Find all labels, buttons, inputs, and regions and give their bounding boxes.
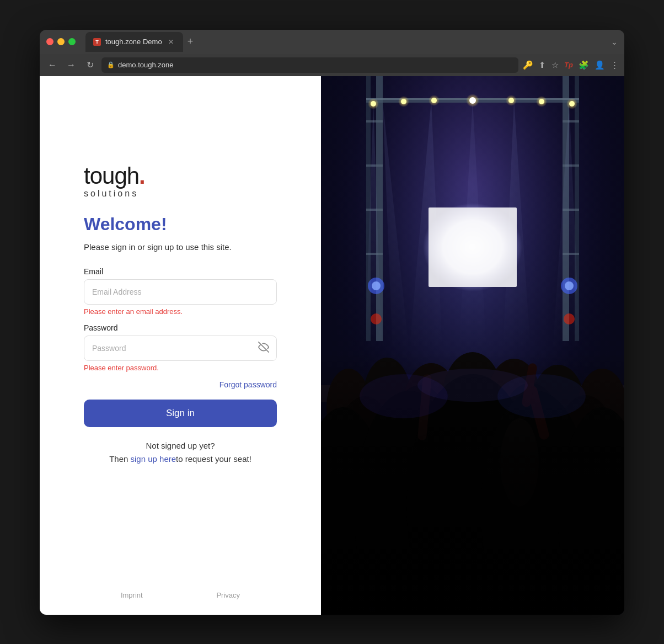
browser-toolbar: ← → ↻ 🔒 demo.tough.zone 🔑 ⬆ ☆ Tp 🧩 👤 ⋮ [40, 54, 624, 76]
svg-point-31 [469, 97, 476, 104]
login-inner: tough. solutions Welcome! Please sign in… [84, 164, 277, 466]
toggle-password-icon[interactable] [258, 342, 269, 355]
url-text: demo.tough.zone [118, 61, 173, 69]
password-error: Please enter password. [84, 364, 277, 372]
refresh-button[interactable]: ↻ [83, 60, 97, 70]
sign-up-link[interactable]: sign up here [131, 454, 176, 464]
tab-chevron-icon[interactable]: ⌄ [611, 38, 618, 46]
svg-rect-6 [366, 120, 383, 123]
tab-title: tough.zone Demo [105, 38, 162, 46]
share-icon[interactable]: ⬆ [539, 60, 546, 70]
svg-point-29 [431, 98, 437, 103]
welcome-subtext: Please sign in or sign up to use this si… [84, 242, 277, 252]
bookmark-icon[interactable]: ☆ [551, 60, 559, 70]
email-label: Email [84, 267, 277, 276]
svg-rect-12 [563, 120, 579, 123]
sign-in-button[interactable]: Sign in [84, 400, 277, 427]
password-input[interactable] [84, 336, 277, 361]
forward-button[interactable]: → [64, 60, 78, 70]
minimize-button[interactable] [57, 38, 65, 45]
close-button[interactable] [46, 38, 53, 45]
profile-icon[interactable]: 👤 [595, 60, 605, 70]
login-footer: Imprint Privacy [40, 591, 321, 599]
lock-icon: 🔒 [107, 61, 115, 68]
traffic-lights [46, 38, 76, 45]
email-error: Please enter an email address. [84, 307, 277, 316]
svg-point-37 [569, 101, 575, 107]
browser-content: tough. solutions Welcome! Please sign in… [40, 76, 624, 615]
welcome-heading: Welcome! [84, 214, 277, 235]
forgot-password-wrap: Forgot password [84, 380, 277, 390]
imprint-link[interactable]: Imprint [121, 591, 143, 599]
tab-favicon: T [93, 38, 101, 46]
svg-rect-39 [429, 207, 517, 287]
email-form-group: Email Please enter an email address. [84, 267, 277, 316]
logo-area: tough. solutions [84, 164, 277, 199]
svg-point-70 [371, 313, 382, 324]
maximize-button[interactable] [68, 38, 76, 45]
svg-point-67 [372, 281, 381, 290]
address-bar[interactable]: 🔒 demo.tough.zone [101, 57, 518, 73]
login-panel: tough. solutions Welcome! Please sign in… [40, 76, 321, 615]
concert-panel [321, 76, 624, 615]
extensions-icon[interactable]: 🧩 [579, 60, 589, 70]
signup-text: Not signed up yet? Then sign up hereto r… [84, 439, 277, 466]
password-input-wrap [84, 336, 277, 361]
new-tab-button[interactable]: + [188, 36, 194, 47]
browser-titlebar: T tough.zone Demo ✕ + ⌄ [40, 30, 624, 54]
password-label: Password [84, 323, 277, 332]
sign-up-suffix: to request your seat! [176, 454, 251, 464]
then-text: Then [109, 454, 130, 464]
logo-subtitle: solutions [84, 189, 277, 199]
logo-text: tough. [84, 164, 277, 188]
svg-point-35 [539, 99, 544, 104]
svg-point-27 [401, 99, 406, 104]
privacy-link[interactable]: Privacy [216, 591, 240, 599]
forgot-password-link[interactable]: Forgot password [219, 380, 277, 389]
menu-icon[interactable]: ⋮ [611, 60, 619, 70]
tab-close-icon[interactable]: ✕ [167, 38, 175, 46]
svg-point-71 [564, 313, 575, 324]
email-input-wrap [84, 279, 277, 305]
svg-point-65 [417, 369, 528, 402]
tab-bar: T tough.zone Demo ✕ + ⌄ [85, 32, 618, 52]
svg-point-33 [508, 98, 514, 103]
active-tab[interactable]: T tough.zone Demo ✕ [85, 32, 183, 52]
concert-scene-svg [321, 76, 624, 615]
tp-extension-icon[interactable]: Tp [564, 61, 573, 69]
email-input[interactable] [84, 279, 277, 305]
password-manager-icon[interactable]: 🔑 [523, 60, 533, 70]
not-signed-up-text: Not signed up yet? [146, 441, 215, 450]
logo-dot: . [139, 163, 145, 189]
svg-point-25 [371, 101, 376, 107]
back-button[interactable]: ← [45, 60, 60, 70]
svg-point-69 [565, 281, 574, 290]
password-form-group: Password Please enter password. [84, 323, 277, 372]
toolbar-icons: 🔑 ⬆ ☆ Tp 🧩 👤 ⋮ [523, 60, 619, 70]
browser-window: T tough.zone Demo ✕ + ⌄ ← → ↻ 🔒 demo.tou… [40, 30, 624, 615]
